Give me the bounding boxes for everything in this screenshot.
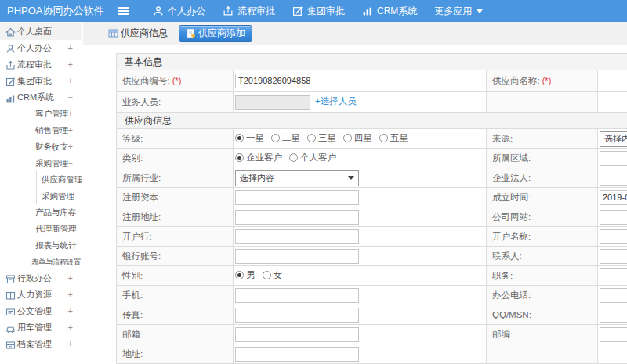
topnav-label: 更多应用 (434, 5, 472, 18)
radio-icon[interactable] (379, 134, 388, 142)
bank-branch-input[interactable] (235, 229, 359, 244)
company-website-input[interactable] (600, 210, 627, 225)
radio-icon[interactable] (307, 134, 316, 142)
sidebar-item-公文管理[interactable]: 公文管理+ (0, 303, 82, 319)
topnav-item-1[interactable]: 个人办公 (144, 0, 214, 22)
level-option-2[interactable]: 二星 (271, 132, 300, 144)
radio-icon[interactable] (271, 134, 280, 142)
address-field-cell (234, 344, 487, 364)
legal-person-input[interactable] (600, 171, 627, 186)
form-row: 等级:一星二星三星四星五星来源:选择内容 (117, 129, 627, 149)
sidebar-item-销售管理[interactable]: 销售管理+ (0, 122, 82, 139)
expand-icon[interactable]: + (68, 221, 73, 237)
expand-icon[interactable]: + (68, 204, 73, 221)
office-phone-input[interactable] (600, 288, 627, 303)
sidebar-item-label: 行政办公 (17, 273, 52, 283)
sidebar-item-CRM系统[interactable]: CRM系统− (0, 89, 82, 106)
mobile-input[interactable] (235, 288, 359, 303)
sidebar-item-供应商管理[interactable]: 供应商管理 (0, 171, 82, 188)
sidebar-item-财务收支[interactable]: 财务收支+ (0, 139, 82, 155)
topnav-item-3[interactable]: 集团审批 (284, 0, 353, 22)
expand-icon[interactable]: + (68, 270, 73, 287)
tab-supplier-info[interactable]: 供应商信息 (103, 25, 172, 42)
radio-icon[interactable] (263, 271, 271, 279)
expand-icon[interactable]: + (68, 287, 73, 303)
fax-field-cell (234, 305, 487, 325)
category-option-2[interactable]: 个人客户 (289, 152, 336, 164)
form-area: 基本信息供应商编号:(*)供应商名称:(*)业务人员:+选择人员供应商信息等级:… (83, 45, 627, 364)
topnav-item-4[interactable]: CRM系统 (353, 0, 426, 22)
job-title-input[interactable] (600, 268, 627, 283)
expand-icon[interactable]: + (68, 319, 73, 336)
sidebar-item-采购管理[interactable]: 采购管理− (0, 155, 82, 171)
supplier-code-input[interactable] (235, 74, 335, 88)
category-option-label: 企业客户 (246, 152, 282, 164)
sidebar-item-人力资源[interactable]: 人力资源+ (0, 287, 82, 303)
expand-icon[interactable]: + (68, 303, 73, 319)
expand-icon[interactable]: + (68, 73, 73, 89)
gender-option-1[interactable]: 男 (235, 269, 256, 281)
sidebar-item-代理商管理[interactable]: 代理商管理+ (0, 221, 82, 237)
folder-icon (5, 339, 16, 349)
hamburger-icon (118, 10, 129, 12)
sidebar-item-采购管理[interactable]: 采购管理 (0, 188, 82, 204)
tab-supplier-add[interactable]: 供应商添加 (179, 25, 252, 42)
sidebar-item-用车管理[interactable]: 用车管理+ (0, 319, 82, 336)
contact-person-input[interactable] (600, 249, 627, 264)
sidebar-item-表单与流程设置[interactable]: 表单与流程设置+ (0, 254, 82, 270)
radio-icon[interactable] (235, 134, 244, 142)
registered-address-input[interactable] (235, 210, 359, 225)
collapse-icon[interactable]: − (68, 89, 73, 106)
sidebar-item-客户管理[interactable]: 客户管理+ (0, 106, 82, 122)
business-person-input[interactable] (235, 95, 310, 110)
sidebar-item-个人办公[interactable]: 个人办公+ (0, 40, 82, 56)
radio-icon[interactable] (235, 153, 244, 162)
select-person-link[interactable]: +选择人员 (315, 96, 357, 106)
founded-date-input[interactable] (600, 190, 627, 205)
category-option-1[interactable]: 企业客户 (235, 152, 282, 164)
expand-icon[interactable]: + (68, 139, 73, 155)
qq-msn-input[interactable] (600, 308, 627, 323)
bank-account-input[interactable] (235, 249, 359, 264)
expand-icon[interactable]: + (68, 106, 73, 122)
sidebar-item-个人桌面[interactable]: 个人桌面 (0, 23, 82, 40)
address-input[interactable] (235, 347, 359, 362)
menu-toggle-button[interactable] (114, 0, 132, 22)
sidebar-item-档案管理[interactable]: 档案管理+ (0, 336, 82, 352)
sidebar-item-集团审批[interactable]: 集团审批+ (0, 73, 82, 89)
gender-option-label: 女 (274, 269, 283, 281)
expand-icon[interactable]: + (68, 336, 73, 352)
expand-icon[interactable]: + (68, 40, 73, 56)
topnav-item-2[interactable]: 流程审批 (214, 0, 284, 22)
level-option-3[interactable]: 三星 (307, 132, 336, 144)
topnav-item-5[interactable]: 更多应用 (426, 0, 491, 22)
supplier-name-input[interactable] (600, 74, 627, 88)
collapse-icon[interactable]: − (68, 155, 73, 171)
source-field-cell: 选择内容 (598, 129, 627, 149)
radio-icon[interactable] (343, 134, 352, 142)
account-name-label-cell: 开户名称: (487, 227, 598, 247)
fax-input[interactable] (235, 308, 359, 323)
founded-date-field-cell (598, 188, 627, 207)
level-option-4[interactable]: 四星 (343, 132, 372, 144)
account-name-input[interactable] (600, 229, 627, 244)
postcode-input[interactable] (600, 327, 627, 342)
radio-icon[interactable] (235, 271, 244, 279)
sidebar-item-流程审批[interactable]: 流程审批+ (0, 56, 82, 73)
expand-icon[interactable]: + (68, 122, 73, 139)
email-input[interactable] (235, 327, 359, 342)
sidebar-item-报表与统计[interactable]: 报表与统计 (0, 237, 82, 254)
sidebar-item-产品与库存[interactable]: 产品与库存+ (0, 204, 82, 221)
sidebar-item-行政办公[interactable]: 行政办公+ (0, 270, 82, 287)
radio-icon[interactable] (289, 153, 298, 162)
source-select[interactable]: 选择内容 (600, 131, 627, 147)
registered-capital-input[interactable] (235, 190, 359, 205)
industry-select[interactable]: 选择内容 (235, 170, 359, 186)
gender-option-2[interactable]: 女 (263, 269, 283, 281)
region-input[interactable] (600, 151, 627, 166)
supplier-name-field-cell (598, 70, 627, 92)
legal-person-label: 企业法人: (492, 173, 531, 182)
level-option-5[interactable]: 五星 (379, 132, 408, 144)
expand-icon[interactable]: + (68, 56, 73, 73)
level-option-1[interactable]: 一星 (235, 132, 264, 144)
